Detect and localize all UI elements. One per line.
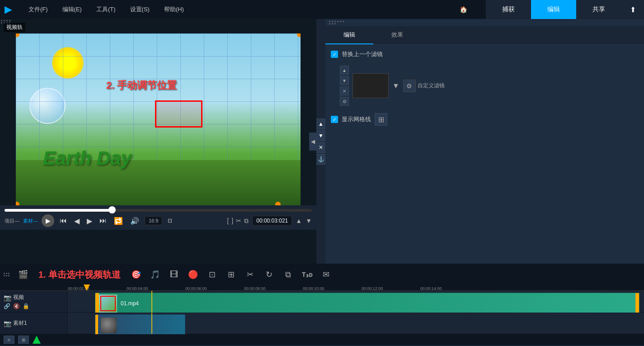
cut-button[interactable]: ✂ [236, 217, 241, 224]
ruler-mark-6: 00:00:14:00 [420, 286, 442, 291]
track-link-icon[interactable]: 🔗 [4, 303, 10, 309]
track-lock-icon[interactable]: 🔒 [23, 303, 29, 309]
replace-filter-label: 替换上一个滤镜 [342, 50, 383, 58]
menu-file[interactable]: 文件(F) [26, 4, 51, 15]
video-track-header: 📷 视频 🔗 🔇 🔒 [0, 291, 68, 312]
video-track-content[interactable]: 01.mp4 [68, 291, 644, 312]
ruler-mark-3: 00:00:08:00 [244, 286, 266, 291]
playhead-line [151, 291, 152, 312]
gear-icon: ⚙ [406, 82, 412, 90]
replace-filter-row: ✓ 替换上一个滤镜 [331, 50, 639, 58]
time-up-button[interactable]: ▲ [296, 217, 302, 224]
selection-box[interactable]: ✛ [155, 100, 202, 128]
prev-frame-button[interactable]: ⏮ [58, 216, 69, 226]
tl-speed-button[interactable]: ⊡ [205, 267, 219, 282]
nav-home-button[interactable]: 🏠 [441, 0, 486, 19]
copy-button[interactable]: ⧉ [244, 217, 249, 225]
controls-row: 项目— 素材— ▶ ⏮ ◀ ▶ ⏭ 🔁 🔊 16:9 ⊡ [ ] ✂ ⧉ 00:… [5, 214, 312, 227]
clip-end-handle[interactable] [635, 293, 639, 314]
top-nav: 🏠 捕获 编辑 共享 ⬆ [441, 0, 644, 19]
menu-help[interactable]: 帮助(H) [161, 4, 187, 15]
show-grid-checkbox[interactable]: ✓ [331, 116, 338, 123]
earth-day-text: Earth Day [43, 147, 132, 169]
menu-settings[interactable]: 设置(S) [127, 4, 152, 15]
menu-tools[interactable]: 工具(T) [94, 4, 118, 15]
progress-bar[interactable] [5, 209, 312, 212]
corner-handle-br[interactable] [275, 202, 281, 205]
progress-thumb[interactable] [108, 206, 116, 213]
filter-dropdown-arrow[interactable]: ▼ [392, 82, 400, 90]
tl-trim-button[interactable]: ⧉ [281, 267, 295, 282]
timeline-toolbar: 🎬 1. 单击选中视频轨道 🎯 🎵 🎞 🔴 ⊡ ⊞ ✂ ↻ ⧉ T₃ᴅ ✉ [0, 265, 644, 284]
right-panel: 编辑 效果 ✓ 替换上一个滤镜 ▲ ▼ ✕ ⚙ ▼ [325, 19, 644, 264]
play-button[interactable]: ▶ [42, 214, 54, 227]
nav-close-button[interactable]: ✕ [315, 142, 326, 153]
tl-effect-button[interactable]: 🔴 [186, 267, 200, 282]
tl-rotate-button[interactable]: ↻ [262, 267, 276, 282]
clip-red-outline [100, 296, 116, 311]
fit-button[interactable]: ⊡ [166, 217, 174, 225]
tl-music-button[interactable]: 🎵 [148, 267, 162, 282]
video-preview[interactable]: Earth Day ✛ 2. 手动调节位置 [16, 33, 301, 205]
tab-edit[interactable]: 编辑 [325, 26, 373, 44]
menu-bar: ▶ 文件(F) 编辑(E) 工具(T) 设置(S) 帮助(H) 🏠 捕获 编辑 … [0, 0, 644, 19]
time-down-button[interactable]: ▼ [306, 217, 312, 224]
show-grid-label: 显示网格线 [342, 115, 371, 123]
replace-filter-checkbox[interactable]: ✓ [331, 51, 338, 58]
filter-settings-button[interactable]: ⚙ [340, 97, 349, 106]
snap-button[interactable] [33, 336, 41, 344]
clip-start-handle[interactable] [95, 293, 99, 314]
collapse-preview-button[interactable]: ◀ [309, 133, 316, 151]
right-panel-content: ✓ 替换上一个滤镜 ▲ ▼ ✕ ⚙ ▼ ⚙ 自定义滤镜 [325, 45, 644, 264]
tl-sticker-button[interactable]: 🎯 [129, 267, 143, 282]
filter-up-button[interactable]: ▲ [340, 66, 349, 75]
filter-preview-box [353, 73, 389, 98]
project-label: 项目— [5, 218, 19, 224]
zoom-in-button[interactable]: ⊞ [18, 336, 29, 344]
tl-crop-button[interactable]: ✂ [243, 267, 257, 282]
tl-media-button[interactable]: 🎞 [167, 267, 181, 282]
tab-effect[interactable]: 效果 [373, 26, 421, 44]
loop-button[interactable]: 🔁 [112, 216, 125, 226]
video-clip-1[interactable]: 01.mp4 [95, 293, 639, 314]
timeline-area: 🎬 1. 单击选中视频轨道 🎯 🎵 🎞 🔴 ⊡ ⊞ ✂ ↻ ⧉ T₃ᴅ ✉ 00… [0, 264, 644, 345]
tl-share-button[interactable]: ✉ [319, 267, 333, 282]
grid-icon-button[interactable]: ⊞ [375, 113, 387, 126]
tl-pan-button[interactable]: ⊞ [224, 267, 238, 282]
custom-filter-label: 自定义滤镜 [418, 82, 445, 90]
filter-controls: ▲ ▼ ✕ ⚙ ▼ ⚙ 自定义滤镜 [331, 66, 639, 106]
tl-text3d-button[interactable]: T₃ᴅ [300, 267, 314, 282]
zoom-out-button[interactable]: ≡ [4, 336, 14, 344]
nav-share-button[interactable]: 共享 [576, 0, 621, 19]
bracket-controls: [ ] ✂ ⧉ [227, 217, 249, 225]
menu-edit[interactable]: 编辑(E) [60, 4, 85, 15]
material-camera-icon: 📷 [4, 320, 11, 327]
nav-upload-button[interactable]: ⬆ [621, 0, 644, 19]
filter-down-button[interactable]: ▼ [340, 76, 349, 85]
bracket-out[interactable]: ] [231, 217, 233, 224]
tl-film-button[interactable]: 🎬 [16, 267, 30, 282]
filter-delete-button[interactable]: ✕ [340, 86, 349, 95]
next-frame-button[interactable]: ⏭ [98, 216, 108, 226]
step-fwd-button[interactable]: ▶ [85, 216, 94, 226]
material-track-name: 素材1 [13, 319, 27, 327]
vert-nav-controls: ▲ ▼ ✕ ⚓ [316, 19, 325, 264]
volume-button[interactable]: 🔊 [128, 216, 141, 226]
video-track-row: 📷 视频 🔗 🔇 🔒 0 [0, 291, 644, 313]
track-mute-icon[interactable]: 🔇 [13, 303, 20, 309]
time-display: 00:00:03:021 [252, 216, 292, 226]
filter-gear-btn[interactable]: ⚙ [403, 80, 416, 92]
video-clip-2[interactable] [95, 314, 185, 334]
nav-up-button[interactable]: ▲ [315, 118, 326, 129]
ratio-display: 16:9 [145, 216, 162, 225]
nav-down-button[interactable]: ▼ [315, 130, 326, 141]
clip2-start-handle[interactable] [95, 315, 98, 334]
step-back-button[interactable]: ◀ [72, 216, 81, 226]
nav-capture-button[interactable]: 捕获 [486, 0, 531, 19]
nav-anchor-button[interactable]: ⚓ [315, 154, 326, 165]
material-track-content[interactable] [68, 313, 644, 334]
video-background: Earth Day ✛ 2. 手动调节位置 [16, 33, 301, 205]
bracket-in[interactable]: [ [227, 217, 229, 224]
nav-edit-button[interactable]: 编辑 [531, 0, 576, 19]
material-label[interactable]: 素材— [23, 218, 38, 224]
